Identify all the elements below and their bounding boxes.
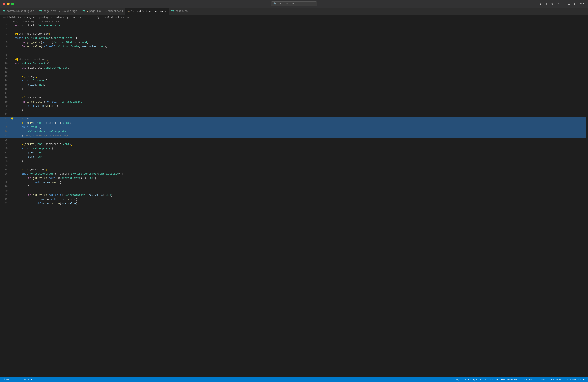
code-line: 27 }You, 4 hours ago • backend bug: [0, 134, 586, 138]
line-number: 32: [0, 155, 10, 159]
line-number: 25: [0, 125, 10, 130]
indentation-status[interactable]: Spaces: 4: [521, 377, 538, 382]
code-line: 12: [0, 70, 586, 74]
line-number: 28: [0, 138, 10, 142]
line-content: #[abi(embed_v0)]: [14, 168, 586, 172]
code-line: 4trait IMyFirstContract<ContractState> {: [0, 36, 586, 40]
line-number: 38: [0, 180, 10, 185]
line-number: 16: [0, 87, 10, 91]
code-editor[interactable]: 1use starknet::ContractAddress;2 3#[star…: [0, 23, 586, 377]
errors-warnings[interactable]: ⊗ 41 ⚠ 1: [19, 377, 34, 382]
debug-icon[interactable]: ⊡: [567, 2, 571, 6]
nav-back-button[interactable]: ‹: [18, 2, 20, 5]
maximize-button[interactable]: [11, 2, 14, 5]
line-number: 6: [0, 45, 10, 49]
git-author-status[interactable]: You, 4 hours ago: [452, 377, 479, 382]
line-content: [14, 70, 586, 74]
tab-tab-cairo[interactable]: ◈MyFirstContract.cairo×: [126, 8, 169, 15]
status-bar: ⑂ main↻⊗ 41 ⚠ 1You, 4 hours agoLn 27, Co…: [0, 377, 588, 382]
titlebar: ‹ › 🔍 ChainNotify ▶ ◑ ⊕ ↩ ↪ ⊡ ⊞ •••: [0, 0, 588, 8]
code-line: 24 #[derive(Drop, starknet::Event)]: [0, 121, 586, 125]
code-line: 30 struct ValueUpdate {: [0, 146, 586, 151]
line-content: [14, 53, 586, 57]
code-line: 10mod MyFirstContract {: [0, 62, 586, 66]
line-content: fn set_value(ref self: ContractState, ne…: [14, 45, 586, 49]
forward-icon[interactable]: ↪: [562, 2, 565, 6]
tab-tab-page-dashboard[interactable]: TSpage.tsx .../dashboard: [80, 8, 126, 15]
nav-forward-button[interactable]: ›: [23, 2, 25, 5]
breadcrumb-part[interactable]: snfoundry: [55, 16, 68, 19]
line-number: 39: [0, 185, 10, 189]
breadcrumb: scaffold-final-project › packages › snfo…: [0, 15, 588, 20]
line-number: 1: [0, 23, 10, 28]
line-content: }: [14, 87, 586, 91]
breadcrumb-part[interactable]: MyFirstContract.cairo: [97, 16, 128, 19]
code-line: 3#[starknet::interface]: [0, 32, 586, 36]
line-number: 42: [0, 197, 10, 202]
sync-button[interactable]: ↻: [14, 377, 19, 382]
tab-label: MyFirstContract.cairo: [131, 10, 163, 13]
back-icon[interactable]: ↩: [556, 2, 559, 6]
line-content: }: [14, 108, 586, 112]
window-controls: [2, 2, 14, 5]
line-number: 3: [0, 32, 10, 36]
breadcrumb-part[interactable]: src: [89, 16, 93, 19]
scrollbar[interactable]: [586, 23, 588, 377]
breadcrumb-part[interactable]: packages: [40, 16, 52, 19]
line-number: 9: [0, 57, 10, 62]
close-button[interactable]: [2, 2, 5, 5]
code-line: 36 impl MyFirstContract of super::IMyFir…: [0, 172, 586, 176]
code-line: 6 fn set_value(ref self: ContractState, …: [0, 45, 586, 49]
line-number: 22: [0, 112, 10, 117]
cursor-position[interactable]: Ln 27, Col 6 (102 selected): [479, 377, 521, 382]
line-content: [14, 189, 586, 193]
moon-icon[interactable]: ◑: [545, 2, 548, 6]
code-line: 22: [0, 112, 586, 117]
minimize-button[interactable]: [7, 2, 10, 5]
code-line: 28: [0, 138, 586, 142]
search-icon2[interactable]: ⊕: [550, 2, 554, 6]
code-line: 34: [0, 163, 586, 168]
code-line: 11 use starknet::ContractAddress;: [0, 66, 586, 70]
line-number: 10: [0, 62, 10, 66]
line-content: mod MyFirstContract {: [14, 62, 586, 66]
line-number: 19: [0, 100, 10, 104]
line-content: #[starknet::contract]: [14, 57, 586, 62]
layout-icon[interactable]: ⊞: [573, 2, 576, 6]
breadcrumb-separator: ›: [86, 16, 88, 19]
search-bar[interactable]: 🔍 ChainNotify: [271, 1, 317, 6]
branch-indicator[interactable]: ⑂ main: [2, 377, 14, 382]
encoding-status[interactable]: Cairo: [538, 377, 549, 382]
play-icon[interactable]: ▶: [539, 2, 543, 6]
line-number: 12: [0, 70, 10, 74]
git-blame-bar: You, 4 hours ago | 1 author (You): [0, 20, 588, 23]
line-content: fn set_value(ref self: ContractState, ne…: [14, 193, 586, 197]
line-number: 24: [0, 121, 10, 125]
line-content: [14, 91, 586, 95]
tab-tab-scaffold[interactable]: TSscaffold.config.ts: [0, 8, 37, 15]
tab-close-button[interactable]: ×: [165, 10, 166, 13]
line-content: ValueUpdate: ValueUpdate: [14, 130, 586, 134]
line-content: #[derive(Drop, starknet::Event)]: [14, 142, 586, 146]
line-content: #[constructor]: [14, 95, 586, 100]
line-number: 18: [0, 95, 10, 100]
breadcrumb-part[interactable]: scaffold-final-project: [2, 16, 36, 19]
tab-bar: TSscaffold.config.tsTSpage.tsx .../event…: [0, 8, 588, 15]
more-icon[interactable]: •••: [578, 2, 586, 6]
git-blame-text: You, 4 hours ago | 1 author (You): [13, 20, 59, 23]
breadcrumb-part[interactable]: contracts: [72, 16, 85, 19]
line-content: [14, 112, 586, 117]
line-number: 2: [0, 28, 10, 32]
liveshare-status[interactable]: ⇋ Live Share: [565, 377, 586, 382]
line-content: use starknet::ContractAddress;: [14, 66, 586, 70]
line-number: 23: [0, 117, 10, 121]
tab-icon: TS: [82, 10, 85, 13]
line-number: 8: [0, 53, 10, 57]
line-content: impl MyFirstContract of super::IMyFirstC…: [14, 172, 586, 176]
code-line: 26 ValueUpdate: ValueUpdate: [0, 130, 586, 134]
tab-tab-route[interactable]: TSroute.ts: [169, 8, 190, 15]
code-line: 5 fn get_value(self: @ContractState) -> …: [0, 40, 586, 45]
connect-status[interactable]: ⚡ Connect: [549, 377, 565, 382]
tab-tab-page-event[interactable]: TSpage.tsx .../eventPage: [37, 8, 80, 15]
inline-comment: You, 4 hours ago • backend bug: [26, 135, 68, 137]
